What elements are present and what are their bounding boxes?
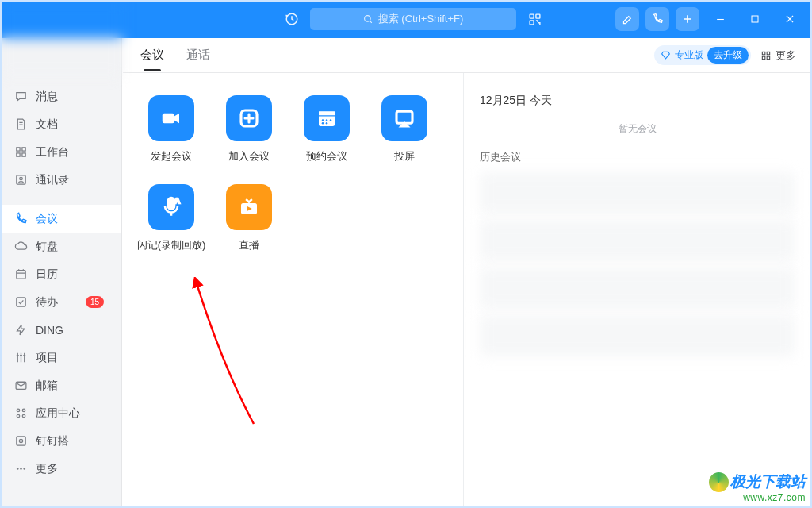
svg-text:A: A <box>174 197 180 205</box>
svg-rect-5 <box>752 16 758 22</box>
nav-docs[interactable]: 文档 <box>0 110 121 138</box>
svg-point-33 <box>322 119 324 121</box>
pro-upgrade-pill[interactable]: 专业版 去升级 <box>654 45 751 65</box>
nav-meeting[interactable]: 会议 <box>0 205 121 233</box>
card-cast-screen[interactable]: 投屏 <box>366 95 443 164</box>
card-flashnote[interactable]: A 闪记(录制回放) <box>132 184 210 252</box>
tab-call[interactable]: 通话 <box>185 40 212 71</box>
svg-rect-28 <box>163 114 174 124</box>
svg-point-17 <box>17 414 20 418</box>
search-icon <box>363 14 373 25</box>
watermark: 极光下载站 www.xz7.com <box>709 471 806 503</box>
search-input[interactable]: 搜索 (Ctrl+Shift+F) <box>310 8 516 30</box>
svg-rect-32 <box>319 111 335 115</box>
svg-point-15 <box>17 409 20 412</box>
nav-build[interactable]: 钉钉搭 <box>0 427 121 455</box>
svg-point-1 <box>364 15 370 21</box>
history-item[interactable] <box>480 315 795 356</box>
svg-rect-3 <box>535 14 539 18</box>
window-maximize[interactable] <box>741 7 769 31</box>
nav-label: 更多 <box>36 462 58 476</box>
tab-meeting[interactable]: 会议 <box>139 40 166 71</box>
calendar-card-icon <box>304 95 350 141</box>
add-button[interactable] <box>676 7 699 31</box>
nav-messages[interactable]: 消息 <box>0 83 121 110</box>
diamond-icon <box>661 50 671 60</box>
apps-icon <box>14 406 28 420</box>
pro-upgrade-button[interactable]: 去升级 <box>707 47 749 64</box>
separator-empty: 暂无会议 <box>480 122 795 136</box>
card-start-meeting[interactable]: 发起会议 <box>132 95 210 164</box>
tv-icon <box>226 184 272 230</box>
history-item[interactable] <box>480 267 795 309</box>
mic-ai-icon: A <box>148 184 194 230</box>
svg-rect-19 <box>17 437 25 445</box>
card-schedule-meeting[interactable]: 预约会议 <box>288 95 366 164</box>
nav-todo[interactable]: 待办 15 <box>0 288 121 316</box>
cast-icon <box>381 95 427 141</box>
nav-calendar[interactable]: 日历 <box>0 260 121 288</box>
nav-label: 通讯录 <box>36 173 69 187</box>
nav-label: 文档 <box>36 117 58 132</box>
user-avatar-area[interactable] <box>0 0 122 76</box>
history-item[interactable] <box>480 172 795 214</box>
svg-point-23 <box>23 468 25 470</box>
nav-workbench[interactable]: 工作台 <box>0 138 121 166</box>
more-button[interactable]: 更多 <box>760 48 796 63</box>
window-close[interactable] <box>776 7 804 31</box>
svg-rect-12 <box>17 271 25 279</box>
svg-rect-26 <box>762 56 765 60</box>
nav-more[interactable]: 更多 <box>0 455 121 483</box>
nav-ding[interactable]: DING <box>0 316 121 344</box>
svg-point-36 <box>322 122 324 125</box>
contacts-icon <box>14 173 28 187</box>
grid-small-icon <box>760 50 772 61</box>
main: 会议 通话 专业版 去升级 更多 发起会议 加入会议 <box>123 38 810 506</box>
svg-rect-38 <box>396 111 412 123</box>
card-label: 闪记(录制回放) <box>137 238 206 252</box>
svg-point-20 <box>19 439 22 442</box>
compose-button[interactable] <box>615 7 639 31</box>
nav-apps[interactable]: 应用中心 <box>0 399 121 427</box>
svg-point-11 <box>20 177 23 180</box>
today-heading: 12月25日 今天 <box>480 94 795 108</box>
call-button[interactable] <box>645 7 669 31</box>
nav-label: 日历 <box>36 267 58 282</box>
svg-point-18 <box>22 414 25 418</box>
card-label: 投屏 <box>394 149 415 164</box>
svg-rect-39 <box>168 198 174 210</box>
history-item[interactable] <box>480 220 795 261</box>
svg-point-22 <box>20 468 22 470</box>
svg-rect-27 <box>767 56 770 60</box>
nav-contacts[interactable]: 通讯录 <box>0 166 121 194</box>
calendar-icon <box>14 267 28 281</box>
nav-label: 待办 <box>36 295 58 310</box>
phone-icon <box>14 212 28 225</box>
card-label: 加入会议 <box>228 149 270 164</box>
nav-project[interactable]: 项目 <box>0 344 121 371</box>
card-live[interactable]: 直播 <box>210 184 288 252</box>
svg-rect-6 <box>17 148 20 151</box>
nav-label: 钉盘 <box>36 240 58 254</box>
svg-rect-9 <box>22 153 25 156</box>
history-button[interactable] <box>282 9 302 29</box>
sidebar: 消息 文档 工作台 通讯录 会议 钉盘 日历 待办 15 DING 项目 邮箱 <box>0 38 122 506</box>
watermark-logo-icon <box>709 472 729 492</box>
qr-button[interactable] <box>524 9 545 29</box>
nav-drive[interactable]: 钉盘 <box>0 233 121 260</box>
svg-point-16 <box>22 409 25 412</box>
svg-rect-8 <box>17 153 20 156</box>
card-join-meeting[interactable]: 加入会议 <box>210 95 288 164</box>
nav-mail[interactable]: 邮箱 <box>0 371 121 399</box>
pro-label: 专业版 <box>675 48 703 62</box>
project-icon <box>14 351 28 364</box>
svg-rect-2 <box>530 14 534 18</box>
svg-point-21 <box>17 468 19 470</box>
dots-icon <box>14 462 28 475</box>
card-label: 发起会议 <box>151 149 192 164</box>
build-icon <box>14 434 28 448</box>
nav-label: 工作台 <box>36 145 69 160</box>
window-minimize[interactable] <box>706 7 734 31</box>
grid-icon <box>14 145 28 159</box>
svg-rect-13 <box>17 298 25 306</box>
